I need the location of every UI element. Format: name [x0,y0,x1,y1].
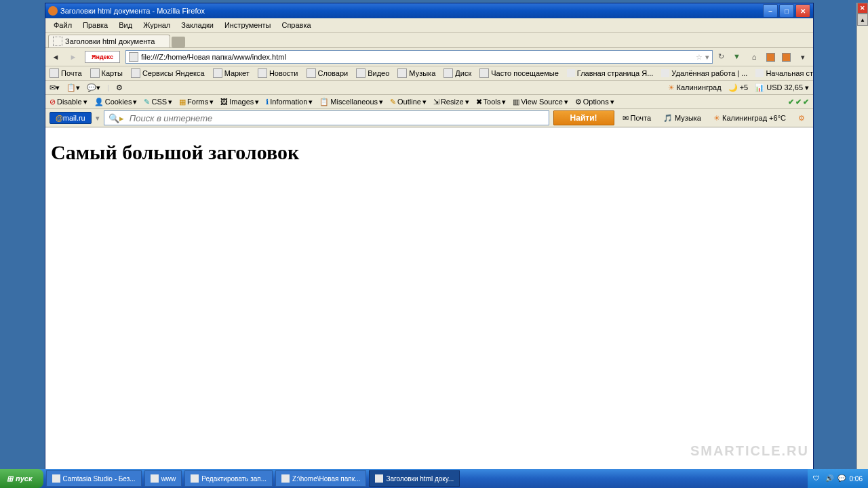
addon-icon[interactable] [782,53,791,62]
close-button[interactable]: ✕ [795,4,810,18]
addon-icon[interactable] [766,53,775,62]
wd-resize[interactable]: ⇲Resize▾ [433,98,469,106]
bookmark-item[interactable]: Почта [50,68,82,78]
mail-tool-icon[interactable]: ✉▾ [50,83,60,92]
site-icon [129,52,138,62]
mailru-logo[interactable]: @@mail.rumail.ru [50,112,92,124]
wd-tools[interactable]: ✖Tools▾ [476,98,507,106]
system-tray[interactable]: 🛡 🔊 💬 0:06 [808,469,868,488]
window-title: Заголовки html документа - Mozilla Firef… [60,7,763,15]
bookmarks-toolbar: Почта Карты Сервисы Яндекса Маркет Новос… [45,66,813,81]
tray-icon[interactable]: 💬 [837,474,846,483]
menu-file[interactable]: Файл [48,20,77,30]
outer-scrollbar[interactable]: ✕ ▲ [856,3,868,473]
weather-city[interactable]: ☀Калининград [668,83,722,92]
tab-title: Заголовки html документа [65,37,155,45]
tab-strip: Заголовки html документа [45,33,813,48]
page-heading-h1: Самый большой заголовок [51,141,808,164]
menu-edit[interactable]: Правка [77,20,113,30]
wd-viewsource[interactable]: ▥View Source▾ [513,98,568,106]
check-icon[interactable]: ✔ [803,98,809,106]
tool-icon[interactable]: 💬▾ [87,83,100,92]
wd-cookies[interactable]: 👤Cookies▾ [94,98,138,106]
tool-icon[interactable]: 📋▾ [66,83,80,92]
menu-view[interactable]: Вид [113,20,138,30]
bookmark-item[interactable]: Диск [443,68,471,78]
search-button[interactable]: Найти! [553,110,614,125]
url-text: file:///Z:/home/Новая папка/www/index.ht… [141,53,286,61]
bookmark-item[interactable]: Удалённая работа | ... [661,69,747,77]
taskbar-item[interactable]: Camtasia Studio - Без... [46,470,142,487]
wd-css[interactable]: ✎CSS▾ [144,98,172,106]
page-content: Самый большой заголовок [45,127,813,479]
mail-link[interactable]: ✉Почта [618,114,656,123]
wd-misc[interactable]: 📋Miscellaneous▾ [319,98,383,106]
forward-button[interactable]: ► [67,51,79,63]
navigation-toolbar: ◄ ► Яндекс file:///Z:/home/Новая папка/w… [45,48,813,66]
bookmark-item[interactable]: Новости [258,68,298,78]
wd-options[interactable]: ⚙Options▾ [575,98,614,106]
dropdown-arrow-icon[interactable]: ▾ [96,114,100,123]
menu-dropdown-icon[interactable]: ▾ [797,51,809,63]
wd-disable[interactable]: ⊘Disable▾ [50,98,87,106]
taskbar-item[interactable]: Z:\home\Новая папк... [275,470,366,487]
download-icon[interactable]: ▼ [733,52,743,62]
menu-history[interactable]: Журнал [138,20,176,30]
bookmark-item[interactable]: Сервисы Яндекса [131,68,205,78]
tray-clock: 0:06 [850,475,863,483]
search-icon: 🔍▸ [108,113,124,123]
maximize-button[interactable]: □ [779,4,794,18]
gear-icon[interactable]: ⚙ [794,114,809,123]
browser-tab[interactable]: Заголовки html документа [48,35,170,47]
taskbar-item[interactable]: Редактировать зап... [184,470,273,487]
currency-widget[interactable]: 📊 USD 32,65 ▾ [755,83,809,92]
bookmark-item[interactable]: Карты [90,68,123,78]
wd-info[interactable]: ℹInformation▾ [266,98,313,106]
tray-icon[interactable]: 🛡 [813,474,821,483]
check-icon[interactable]: ✔ [788,98,794,106]
bookmark-item[interactable]: Видео [356,68,389,78]
music-link[interactable]: 🎵Музыка [659,114,705,123]
home-button[interactable]: ⌂ [748,51,760,63]
yandex-logo[interactable]: Яндекс [85,51,120,63]
temp-widget[interactable]: 🌙 +5 [728,83,749,92]
extra-toolbar: ✉▾ 📋▾ 💬▾ | ⚙ ☀Калининград 🌙 +5 📊 USD 32,… [45,81,813,95]
window-titlebar: Заголовки html документа - Mozilla Firef… [45,3,813,18]
bookmark-item[interactable]: Часто посещаемые [479,68,559,78]
back-button[interactable]: ◄ [50,51,62,63]
url-bar[interactable]: file:///Z:/home/Новая папка/www/index.ht… [125,50,713,64]
taskbar-item[interactable]: www [144,470,182,487]
close-x-icon[interactable]: ✕ [857,3,868,14]
mailru-search[interactable]: 🔍▸ [104,110,549,125]
menu-tools[interactable]: Инструменты [219,20,277,30]
wd-forms[interactable]: ▦Forms▾ [179,98,214,106]
watermark: SMARTICLE.RU [690,443,809,459]
bookmark-item[interactable]: Музыка [397,68,435,78]
new-tab-button[interactable] [172,37,185,47]
menu-help[interactable]: Справка [276,20,316,30]
menubar: Файл Правка Вид Журнал Закладки Инструме… [45,18,813,33]
menu-bookmarks[interactable]: Закладки [176,20,219,30]
bookmark-item[interactable]: Словари [307,68,349,78]
page-icon [53,37,62,46]
minimize-button[interactable]: – [763,4,778,18]
windows-taskbar: ⊞пуск Camtasia Studio - Без... www Редак… [0,469,868,488]
bookmark-item[interactable]: Начальная страница [755,69,813,77]
check-icon[interactable]: ✔ [795,98,802,106]
reload-button[interactable]: ↻ [718,52,728,62]
search-input[interactable] [128,113,545,124]
gear-icon[interactable]: ⚙ [116,83,123,92]
tray-icon[interactable]: 🔊 [825,474,833,483]
taskbar-item-active[interactable]: Заголовки html доку... [369,470,460,487]
scroll-up-icon[interactable]: ▲ [857,14,868,26]
start-button[interactable]: ⊞пуск [0,469,43,488]
bookmark-item[interactable]: Главная страница Я... [567,69,654,77]
wd-images[interactable]: 🖼Images▾ [220,98,259,106]
bookmark-star-icon[interactable]: ☆ [696,53,703,62]
bookmark-item[interactable]: Маркет [213,68,250,78]
wd-outline[interactable]: ✎Outline▾ [390,98,427,106]
weather-link[interactable]: ☀Калининград +6°C [709,114,790,123]
firefox-icon [48,6,58,16]
dropdown-arrow-icon[interactable]: ▾ [705,53,709,62]
mailru-toolbar: @@mail.rumail.ru ▾ 🔍▸ Найти! ✉Почта 🎵Муз… [45,109,813,127]
